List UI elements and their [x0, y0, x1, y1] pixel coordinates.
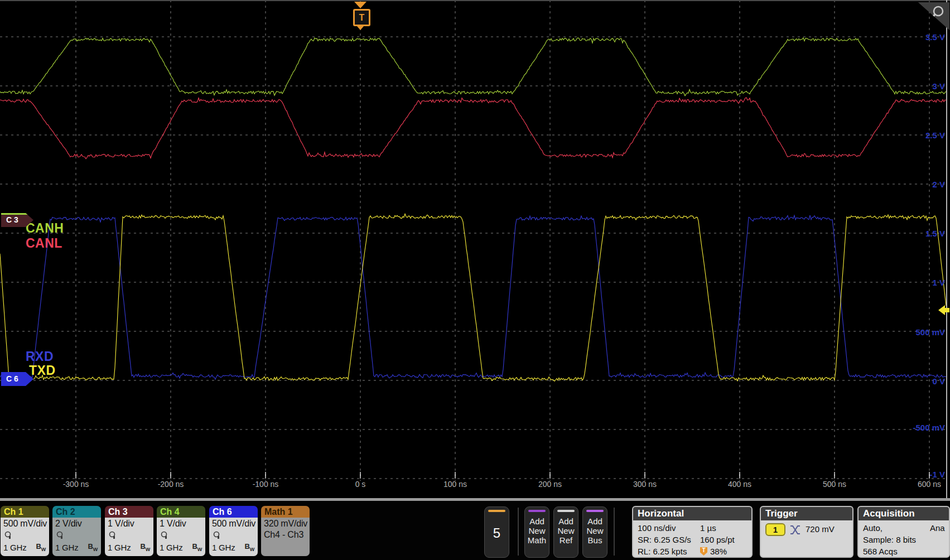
channel-scale: 500 mV/div — [212, 519, 255, 529]
trigger-position-pointer — [357, 26, 364, 30]
horizontal-sample-rate: SR: 6.25 GS/s — [638, 535, 691, 544]
voltage-tick-label: 3 V — [932, 81, 945, 91]
channel-scale: 1 V/div — [108, 519, 134, 529]
channel-badge-ch2[interactable]: Ch 2 2 V/div 1 GHz BW — [52, 506, 101, 556]
time-tick-label: -100 ns — [253, 480, 279, 489]
channel-bandwidth: 1 GHz — [3, 543, 27, 552]
probe-icon — [4, 531, 13, 540]
time-tick-label: 500 ns — [823, 480, 846, 489]
math-scale: 320 mV/div — [264, 519, 307, 529]
trigger-panel-title: Trigger — [761, 507, 852, 520]
five-button-accent — [488, 510, 505, 512]
plot-right-border — [946, 0, 947, 498]
add-new-bus-button[interactable]: Add New Bus — [582, 506, 607, 558]
waveform-display[interactable] — [0, 0, 950, 498]
time-tick-label: 200 ns — [538, 480, 562, 489]
acquisition-sample-bits: Sample: 8 bits — [863, 535, 916, 544]
bandwidth-limit-badge: BW — [88, 542, 98, 552]
voltage-tick-label: -500 mV — [913, 423, 945, 432]
screen-top-border — [0, 0, 950, 1]
add-math-label: Add New Math — [525, 516, 549, 545]
channel-6-marker-label: C 6 — [6, 374, 18, 383]
trigger-level-arrow-icon[interactable] — [938, 304, 950, 316]
time-tick-label: -300 ns — [63, 480, 89, 489]
trigger-level-value: 720 mV — [806, 524, 835, 534]
math-badge[interactable]: Math 1 320 mV/div Ch4 - Ch3 — [261, 506, 310, 556]
channel-badge-title: Ch 4 — [157, 506, 205, 518]
acquisition-mode: Auto, — [863, 523, 883, 533]
voltage-tick-label: 1.5 V — [925, 229, 945, 238]
bandwidth-limit-badge: BW — [245, 542, 255, 552]
channel-badge-title: Ch 2 — [52, 506, 101, 518]
channel-badge-title: Ch 6 — [209, 506, 258, 518]
voltage-tick-label: 1 V — [932, 278, 945, 287]
channel-badge-title: Ch 3 — [105, 506, 153, 518]
probe-icon — [160, 531, 169, 540]
channel-scale: 2 V/div — [55, 519, 82, 529]
voltage-tick-label: 2 V — [932, 180, 945, 189]
channel-3-marker-label: C 3 — [6, 215, 18, 224]
channel-bandwidth: 1 GHz — [160, 543, 183, 552]
acquisition-mode-extra: Ana — [930, 523, 945, 533]
button-separator — [614, 508, 615, 556]
probe-icon — [108, 531, 117, 540]
acquisition-panel[interactable]: Acquisition Auto, Ana Sample: 8 bits 568… — [857, 506, 950, 558]
time-tick-label: 400 ns — [728, 480, 751, 489]
channel-badge-title: Ch 1 — [1, 506, 49, 518]
math-badge-title: Math 1 — [261, 506, 310, 518]
five-button[interactable]: 5 — [484, 506, 509, 558]
acquisition-panel-title: Acquisition — [859, 507, 949, 520]
rxd-trace-label: RXD — [26, 349, 54, 364]
button-separator — [518, 508, 519, 556]
add-bus-accent — [586, 510, 604, 512]
bandwidth-limit-badge: BW — [141, 542, 151, 552]
channel-badge-ch1[interactable]: Ch 1 500 mV/div 1 GHz BW — [1, 506, 49, 556]
horizontal-panel[interactable]: Horizontal 100 ns/div 1 µs SR: 6.25 GS/s… — [632, 506, 753, 558]
channel-badge-ch3[interactable]: Ch 3 1 V/div 1 GHz BW — [105, 506, 153, 556]
rxd-trace — [0, 215, 946, 379]
add-ref-label: Add New Ref — [554, 516, 578, 545]
add-bus-label: Add New Bus — [583, 516, 607, 545]
canh-trace — [0, 38, 946, 96]
trigger-position-badge[interactable]: T — [353, 9, 370, 26]
canl-trace — [0, 98, 946, 159]
add-math-accent — [528, 510, 546, 512]
trigger-panel[interactable]: Trigger 1 720 mV — [760, 506, 853, 558]
voltage-tick-label: -1 V — [929, 470, 945, 479]
time-tick-label: 0 s — [355, 480, 366, 489]
acquisition-count: 568 Acqs — [863, 547, 898, 556]
canl-trace-label: CANL — [26, 236, 62, 251]
voltage-tick-label: 3.5 V — [925, 32, 945, 42]
time-tick-label: 100 ns — [443, 480, 467, 489]
probe-icon — [213, 531, 221, 540]
canh-trace-label: CANH — [26, 221, 64, 236]
channel-badge-ch4[interactable]: Ch 4 1 V/div 1 GHz BW — [157, 506, 205, 556]
math-source: Ch4 - Ch3 — [264, 530, 303, 540]
trigger-position-icon[interactable] — [354, 2, 367, 8]
channel-bandwidth: 1 GHz — [55, 543, 79, 552]
probe-icon — [56, 531, 65, 540]
channel-scale: 1 V/div — [160, 519, 186, 529]
txd-trace-label: TXD — [29, 363, 56, 378]
trigger-source-badge: 1 — [765, 523, 785, 536]
add-new-math-button[interactable]: Add New Math — [524, 506, 549, 558]
time-tick-label: -200 ns — [158, 480, 184, 489]
voltage-tick-label: 0 V — [932, 376, 945, 386]
bandwidth-limit-badge: BW — [36, 542, 46, 552]
horizontal-resolution: 160 ps/pt — [700, 535, 735, 544]
horizontal-window: 1 µs — [700, 523, 716, 533]
add-ref-accent — [557, 510, 575, 512]
time-tick-label: 300 ns — [633, 480, 657, 489]
edge-trigger-icon — [790, 524, 801, 535]
bandwidth-limit-badge: BW — [192, 542, 202, 552]
time-tick-label: 600 ns — [918, 480, 941, 489]
horizontal-record-length: RL: 6.25 kpts — [638, 547, 687, 556]
channel-scale: 500 mV/div — [3, 519, 47, 529]
channel-badge-ch6[interactable]: Ch 6 500 mV/div 1 GHz BW — [209, 506, 258, 556]
add-new-ref-button[interactable]: Add New Ref — [553, 506, 578, 558]
voltage-tick-label: 2.5 V — [925, 131, 945, 140]
trigger-position-mini-icon: T — [700, 547, 707, 556]
channel-bandwidth: 1 GHz — [108, 543, 131, 552]
oscilloscope-screen: { "plot": { "grid_x": [136,306,476,646,8… — [0, 0, 950, 560]
horizontal-scale: 100 ns/div — [638, 523, 676, 533]
